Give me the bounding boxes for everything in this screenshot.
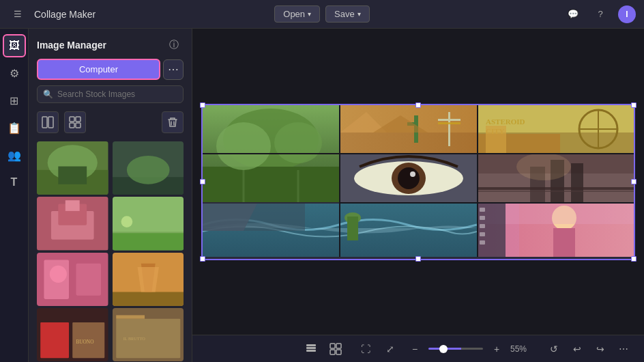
svg-point-67 (398, 167, 420, 189)
layout-split-btn[interactable] (37, 111, 59, 133)
redo-icon[interactable]: ↪ (591, 339, 610, 359)
handle-tl[interactable] (200, 102, 205, 108)
open-button[interactable]: Open ▾ (274, 5, 320, 23)
search-bar[interactable]: 🔍 (37, 85, 184, 103)
grid-view-icon[interactable] (326, 339, 345, 359)
svg-rect-5 (76, 123, 80, 128)
sidebar-icon-layers[interactable]: 📋 (3, 116, 26, 139)
svg-point-24 (50, 265, 67, 282)
thumbnail-8[interactable]: IL BRUTTO (113, 308, 184, 361)
panel-header: Image Manager ⓘ (29, 29, 192, 59)
svg-rect-36 (116, 315, 145, 318)
svg-text:IL BRUTTO: IL BRUTTO (123, 336, 145, 341)
thumbnail-6[interactable] (113, 253, 184, 306)
handle-tm[interactable] (415, 102, 421, 108)
panel-title: Image Manager (37, 40, 106, 51)
svg-marker-28 (137, 266, 158, 292)
panel-actions: Computer ⋯ (29, 59, 192, 85)
thumbnail-5[interactable] (37, 253, 108, 306)
svg-rect-104 (330, 350, 335, 354)
svg-rect-101 (306, 344, 316, 346)
svg-rect-54 (438, 122, 460, 124)
svg-rect-80 (347, 217, 358, 240)
svg-rect-4 (70, 123, 74, 128)
zoom-value: 55% (510, 344, 535, 354)
resize-icon[interactable]: ⤢ (381, 339, 400, 359)
svg-rect-40 (203, 167, 339, 202)
svg-rect-90 (480, 208, 485, 212)
sidebar-icon-grid[interactable]: ⊞ (3, 89, 26, 112)
more-actions-icon[interactable]: ⋯ (614, 339, 633, 359)
canvas-workspace[interactable]: ASTEROID CITY (192, 29, 644, 335)
svg-rect-53 (438, 119, 460, 121)
zoom-out-icon[interactable]: − (405, 339, 424, 359)
svg-rect-18 (113, 233, 184, 251)
layers-icon[interactable] (302, 339, 321, 359)
layout-grid-btn[interactable] (64, 111, 86, 133)
thumbnail-7[interactable]: BUONO (37, 308, 108, 361)
svg-point-20 (121, 216, 132, 227)
handle-br[interactable] (631, 256, 636, 262)
rotate-ccw-icon[interactable]: ↺ (544, 339, 564, 359)
delete-btn[interactable] (162, 111, 184, 133)
menu-icon[interactable]: ☰ (8, 5, 27, 24)
svg-text:ASTEROID: ASTEROID (486, 117, 525, 126)
svg-rect-2 (70, 117, 74, 122)
zoom-control: − + 55% (405, 339, 535, 359)
svg-rect-93 (480, 232, 485, 236)
svg-rect-94 (480, 240, 485, 245)
chat-icon[interactable]: 💬 (564, 5, 583, 24)
image-manager-panel: Image Manager ⓘ Computer ⋯ 🔍 (29, 29, 192, 362)
help-icon[interactable]: ? (591, 5, 610, 24)
avatar[interactable]: I (618, 5, 636, 23)
icon-sidebar: 🖼 ⚙ ⊞ 📋 👥 T (0, 29, 29, 362)
save-button[interactable]: Save ▾ (325, 5, 370, 23)
sidebar-icon-text[interactable]: T (3, 171, 26, 194)
collage-frame[interactable]: ASTEROID CITY (201, 104, 635, 260)
handle-bm[interactable] (415, 256, 421, 262)
expand-icon[interactable]: ⛶ (356, 339, 375, 359)
handle-mr[interactable] (631, 179, 636, 184)
handle-bl[interactable] (200, 256, 205, 262)
main-layout: 🖼 ⚙ ⊞ 📋 👥 T Image Manager ⓘ Computer ⋯ 🔍 (0, 29, 644, 362)
svg-rect-23 (76, 263, 101, 295)
app-header: ☰ Collage Maker Open ▾ Save ▾ 💬 ? I (0, 0, 644, 29)
sidebar-icon-sliders[interactable]: ⚙ (3, 61, 26, 85)
zoom-slider[interactable] (428, 348, 483, 350)
search-input[interactable] (57, 89, 177, 99)
svg-rect-75 (478, 191, 634, 192)
image-grid: BUONO IL BRUTTO (29, 139, 192, 362)
svg-point-42 (274, 122, 322, 163)
svg-rect-52 (448, 112, 450, 146)
svg-rect-9 (58, 167, 87, 184)
svg-rect-92 (480, 224, 485, 228)
svg-rect-0 (42, 117, 47, 128)
computer-button[interactable]: Computer (37, 59, 160, 80)
svg-rect-86 (553, 228, 575, 257)
zoom-in-icon[interactable]: + (487, 339, 506, 359)
thumbnail-3[interactable] (37, 197, 108, 250)
svg-point-76 (516, 153, 571, 180)
svg-rect-102 (330, 344, 335, 348)
svg-rect-100 (306, 350, 316, 352)
sidebar-icon-people[interactable]: 👥 (3, 143, 26, 167)
zoom-tools: ⛶ ⤢ − + 55% (356, 339, 535, 359)
thumbnail-2[interactable] (113, 141, 184, 195)
svg-rect-3 (76, 117, 80, 122)
thumbnail-4[interactable] (113, 197, 184, 250)
right-tools: ↺ ↩ ↪ ⋯ (544, 339, 633, 359)
handle-tr[interactable] (631, 102, 636, 108)
svg-point-12 (126, 156, 169, 184)
svg-rect-26 (113, 292, 184, 306)
undo-icon[interactable]: ↩ (568, 339, 587, 359)
info-icon[interactable]: ⓘ (164, 36, 184, 55)
svg-rect-74 (478, 187, 634, 190)
handle-ml[interactable] (200, 179, 205, 184)
search-icon: 🔍 (43, 89, 53, 99)
svg-rect-103 (336, 344, 341, 348)
svg-rect-72 (571, 163, 583, 202)
sidebar-icon-image[interactable]: 🖼 (3, 34, 26, 57)
thumbnail-1[interactable] (37, 141, 108, 195)
svg-rect-105 (336, 350, 341, 354)
more-options-button[interactable]: ⋯ (163, 59, 184, 80)
